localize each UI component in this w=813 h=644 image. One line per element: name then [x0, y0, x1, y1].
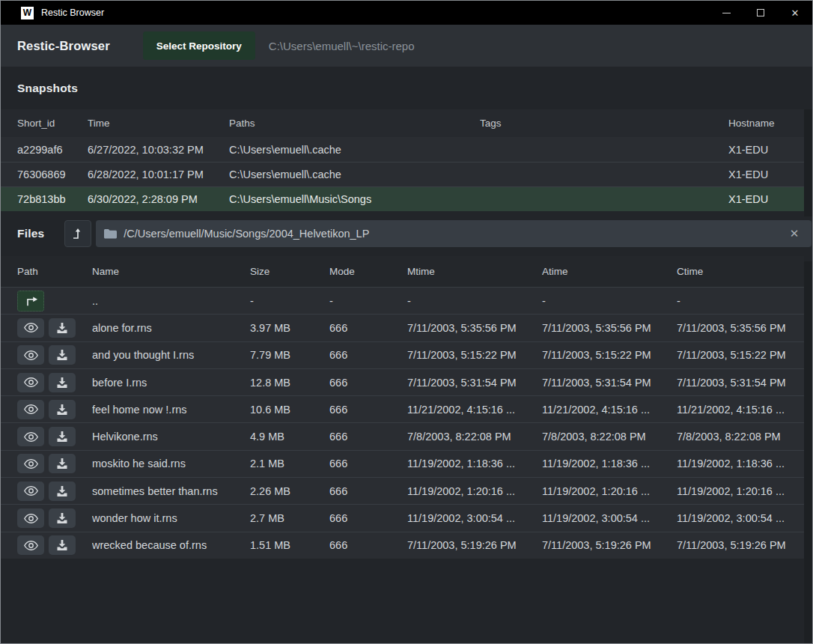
snapshots-scrollbar-track[interactable]: [804, 109, 812, 216]
file-atime: 7/8/2003, 8:22:08 PM: [542, 431, 677, 443]
download-icon: [56, 349, 68, 361]
snapshot-row[interactable]: 763068696/28/2022, 10:01:17 PMC:\Users\e…: [1, 162, 804, 186]
download-button[interactable]: [49, 454, 76, 473]
eye-icon: [23, 513, 39, 524]
snapshots-section-header: Snapshots: [1, 67, 812, 109]
snapshot-short-id: 72b813bb: [17, 193, 88, 205]
file-ctime: 11/19/2002, 1:20:16 ...: [677, 485, 804, 497]
window-controls: ✕: [709, 1, 812, 25]
file-row[interactable]: before I.rns12.8 MB6667/11/2003, 5:31:54…: [1, 368, 804, 395]
minimize-button[interactable]: [709, 1, 743, 25]
download-button[interactable]: [49, 318, 76, 338]
file-atime: 7/11/2003, 5:19:26 PM: [542, 539, 677, 551]
preview-button[interactable]: [17, 508, 44, 528]
preview-button[interactable]: [17, 400, 44, 419]
preview-button[interactable]: [17, 427, 44, 446]
snapshot-hostname: X1-EDU: [728, 193, 804, 205]
preview-button[interactable]: [17, 345, 44, 365]
preview-button[interactable]: [17, 318, 44, 338]
file-mtime: 11/19/2002, 1:20:16 ...: [407, 485, 542, 497]
file-row-parent[interactable]: ..-----: [1, 287, 804, 314]
file-row-actions: [17, 345, 92, 365]
snapshot-short-id: a2299af6: [17, 144, 88, 156]
snapshot-paths: C:\Users\emuell\.cache: [229, 144, 480, 156]
download-icon: [56, 322, 68, 334]
snapshot-paths: C:\Users\emuell\.cache: [229, 168, 480, 180]
maximize-button[interactable]: [743, 1, 778, 25]
column-size: Size: [250, 266, 329, 277]
file-size: 10.6 MB: [250, 404, 329, 416]
files-scrollbar-track[interactable]: [804, 261, 812, 644]
eye-icon: [23, 377, 39, 388]
download-icon: [56, 512, 68, 524]
eye-icon: [23, 431, 39, 443]
titlebar[interactable]: W Restic Browser ✕: [1, 1, 812, 25]
file-row-actions: [17, 400, 92, 419]
file-row[interactable]: Helvikone.rns4.9 MB6667/8/2003, 8:22:08 …: [1, 422, 804, 449]
download-icon: [56, 377, 68, 389]
file-mtime: -: [407, 295, 542, 307]
download-button[interactable]: [49, 345, 76, 365]
current-path-field[interactable]: /C/Users/emuell/Music/Songs/2004_Helveti…: [96, 220, 812, 247]
column-hostname: Hostname: [728, 118, 804, 129]
file-ctime: 7/8/2003, 8:22:08 PM: [677, 431, 804, 443]
file-row[interactable]: and you thought I.rns7.79 MB6667/11/2003…: [1, 341, 804, 368]
column-paths: Paths: [229, 118, 480, 129]
download-button[interactable]: [49, 535, 76, 555]
file-mtime: 11/19/2002, 1:18:36 ...: [407, 458, 542, 470]
file-mode: 666: [329, 404, 407, 416]
download-button[interactable]: [49, 400, 76, 419]
preview-button[interactable]: [17, 454, 44, 473]
file-row[interactable]: wonder how it.rns2.7 MB66611/19/2002, 3:…: [1, 504, 804, 531]
snapshot-hostname: X1-EDU: [728, 144, 804, 156]
file-mode: 666: [329, 485, 407, 497]
file-row-actions: [17, 291, 92, 312]
download-button[interactable]: [49, 482, 76, 501]
snapshot-hostname: X1-EDU: [728, 168, 804, 180]
snapshot-row[interactable]: 72b813bb6/30/2022, 2:28:09 PMC:\Users\em…: [1, 186, 804, 211]
file-ctime: 7/11/2003, 5:35:56 PM: [677, 322, 804, 334]
select-repository-button[interactable]: Select Repository: [143, 31, 255, 60]
file-atime: -: [542, 295, 677, 307]
file-row[interactable]: sometimes better than.rns2.26 MB66611/19…: [1, 477, 804, 504]
download-icon: [56, 431, 68, 443]
file-ctime: 11/21/2002, 4:15:16 ...: [677, 404, 804, 416]
repository-path: C:\Users\emuell\~\restic-repo: [269, 40, 415, 52]
file-name: feel home now !.rns: [92, 404, 250, 416]
file-ctime: 11/19/2002, 1:18:36 ...: [677, 458, 804, 470]
file-mtime: 7/8/2003, 8:22:08 PM: [407, 431, 542, 443]
file-row[interactable]: wrecked because of.rns1.51 MB6667/11/200…: [1, 532, 804, 559]
return-arrow-icon: [24, 295, 38, 307]
file-row[interactable]: alone for.rns3.97 MB6667/11/2003, 5:35:5…: [1, 314, 804, 341]
file-ctime: -: [677, 295, 804, 307]
eye-icon: [23, 458, 39, 470]
snapshot-row[interactable]: a2299af66/27/2022, 10:03:32 PMC:\Users\e…: [1, 137, 804, 162]
clear-path-button[interactable]: ✕: [787, 225, 803, 242]
level-up-button[interactable]: [64, 220, 91, 247]
snapshot-short-id: 76306869: [17, 168, 88, 180]
file-row-actions: [17, 508, 92, 528]
preview-button[interactable]: [17, 373, 44, 392]
file-atime: 7/11/2003, 5:31:54 PM: [542, 377, 677, 389]
snapshot-paths: C:\Users\emuell\Music\Songs: [229, 193, 480, 205]
folder-icon: [104, 228, 117, 239]
snapshots-table: a2299af66/27/2022, 10:03:32 PMC:\Users\e…: [1, 137, 812, 211]
file-row[interactable]: feel home now !.rns10.6 MB66611/21/2002,…: [1, 395, 804, 422]
file-mode: 666: [329, 539, 407, 551]
file-mtime: 11/21/2002, 4:15:16 ...: [407, 404, 542, 416]
preview-button[interactable]: [17, 535, 44, 555]
preview-button[interactable]: [17, 482, 44, 501]
parent-dir-button[interactable]: [17, 291, 44, 312]
file-mode: 666: [329, 349, 407, 361]
download-icon: [56, 485, 68, 497]
close-button[interactable]: ✕: [778, 1, 812, 25]
maximize-icon: [757, 9, 764, 16]
file-name: wonder how it.rns: [92, 512, 250, 524]
file-mode: -: [329, 295, 407, 307]
file-row[interactable]: moskito he said.rns2.1 MB66611/19/2002, …: [1, 450, 804, 477]
download-button[interactable]: [49, 508, 76, 528]
download-button[interactable]: [49, 373, 76, 392]
download-button[interactable]: [49, 427, 76, 446]
files-bar: Files /C/Users/emuell/Music/Songs/2004_H…: [1, 211, 812, 256]
level-up-icon: [72, 228, 84, 240]
